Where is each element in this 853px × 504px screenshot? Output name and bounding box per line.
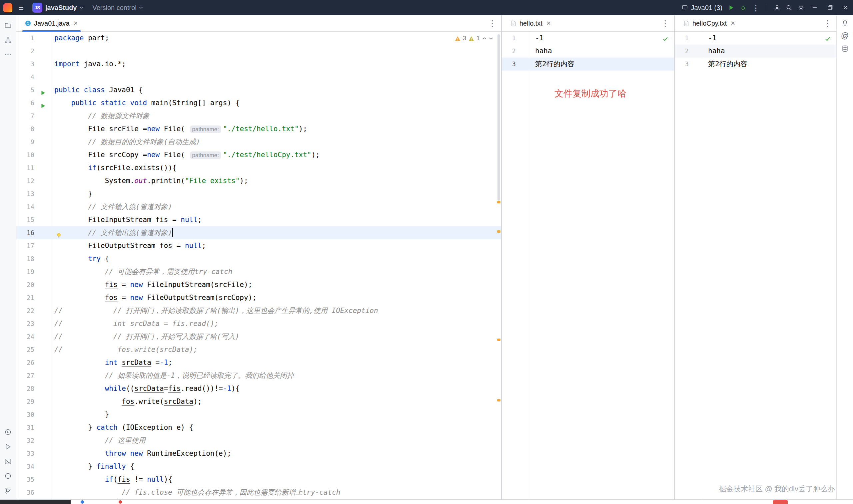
code-line[interactable]: 22// // 打开阀门，开始读取数据了哈(输出)，这里也会产生异常的,使用 I… (16, 304, 501, 317)
code-line[interactable]: 5public class Java01 { (16, 84, 501, 96)
code-line[interactable]: 33 throw new RuntimeException(e); (16, 447, 501, 460)
hello-editor-lines: 1-12haha3第2行的内容 (502, 32, 674, 71)
code-line[interactable]: 16 // 文件输出流(管道对象) (16, 227, 501, 239)
close-tab-icon[interactable]: × (546, 20, 551, 27)
code-line[interactable]: 9 // 数据目的的文件对象(自动生成) (16, 136, 501, 148)
code-text: // 数据目的的文件对象(自动生成) (54, 136, 501, 148)
code-line[interactable]: 18 try { (16, 252, 501, 265)
tab-hellocpy[interactable]: helloCpy.txt × (679, 15, 739, 32)
code-line[interactable]: 31 } catch (IOException e) { (16, 421, 501, 434)
code-line[interactable]: 6 public static void main(String[] args)… (16, 96, 501, 109)
tab-java01[interactable]: C Java01.java × (21, 15, 82, 32)
prev-problem-icon[interactable] (482, 37, 486, 40)
right-toolbar: @ (836, 15, 853, 499)
terminal-icon[interactable] (2, 455, 14, 468)
version-control-menu[interactable]: Version control (89, 3, 146, 13)
code-line[interactable]: 28 while((srcData=fis.read())!=-1){ (16, 382, 501, 395)
editor-options-icon[interactable]: ⋮ (661, 19, 669, 28)
inspections-ok-icon[interactable] (824, 36, 831, 42)
database-icon[interactable] (841, 45, 849, 52)
minimize-button[interactable] (807, 0, 822, 15)
code-line[interactable]: 15 FileInputStream fis = null; (16, 213, 501, 227)
code-line[interactable]: 35 if(fis != null){ (16, 473, 501, 486)
code-line[interactable]: 20 fis = new FileInputStream(srcFile); (16, 278, 501, 291)
maximize-button[interactable] (822, 0, 838, 15)
mentions-at-icon[interactable]: @ (841, 32, 849, 40)
code-line[interactable]: 2haha (502, 44, 674, 58)
inspections-ok-icon[interactable] (662, 36, 669, 42)
code-line[interactable]: 1-1 (502, 32, 674, 44)
tab-hello[interactable]: hello.txt × (506, 15, 555, 32)
editor-scrollbar[interactable] (497, 32, 501, 499)
code-text: fos.write(srcData); (54, 395, 501, 408)
code-line[interactable]: 36 // fis.close 可能也会存在异常，因此也需要给新增上try-ca… (16, 486, 501, 499)
line-number: 20 (16, 278, 54, 291)
more-actions-icon[interactable]: ⋮ (749, 4, 763, 12)
code-line[interactable]: 25// fos.write(srcData); (16, 343, 501, 356)
code-line[interactable]: 11 if(srcFile.exists()){ (16, 161, 501, 175)
services-icon[interactable] (2, 426, 14, 438)
project-folder-icon[interactable] (2, 19, 14, 32)
warning-stripe-mark[interactable] (497, 399, 501, 401)
line-number: 34 (16, 460, 54, 473)
hamburger-menu-icon[interactable] (15, 2, 27, 14)
code-line[interactable]: 21 fos = new FileOutputStream(srcCopy); (16, 291, 501, 304)
code-line[interactable]: 30 } (16, 408, 501, 421)
code-line[interactable]: 7 // 数据源文件对象 (16, 109, 501, 123)
code-line[interactable]: 24// // 打开阀门，开始写入数据了哈(写入) (16, 330, 501, 343)
java-editor[interactable]: 1package part;23import java.io.*;45publi… (16, 32, 501, 499)
hellocpy-editor[interactable]: 1-12haha3第2行的内容 掘金技术社区 @ 我的div丢了肿么办 (675, 32, 836, 499)
code-line[interactable]: 34 } finally { (16, 460, 501, 473)
code-line[interactable]: 4 (16, 71, 501, 84)
close-button[interactable] (838, 0, 853, 15)
problems-icon[interactable] (2, 470, 14, 482)
code-line[interactable]: 1-1 (675, 32, 836, 44)
code-line[interactable]: 29 fos.write(srcData); (16, 395, 501, 408)
account-icon[interactable] (771, 2, 783, 14)
code-line[interactable]: 12 System.out.println("File exists"); (16, 175, 501, 187)
more-tool-windows-icon[interactable] (2, 48, 14, 61)
debug-button[interactable] (737, 2, 749, 14)
inspections-widget[interactable]: 3 1 (455, 35, 493, 42)
next-problem-icon[interactable] (489, 37, 493, 40)
code-line[interactable]: 23// int srcData = fis.read(); (16, 317, 501, 330)
editor-options-icon[interactable]: ⋮ (488, 19, 497, 28)
editor-options-icon[interactable]: ⋮ (823, 19, 832, 28)
structure-icon[interactable] (2, 34, 14, 46)
run-button[interactable] (725, 2, 737, 14)
code-line[interactable]: 17 FileOutputStream fos = null; (16, 239, 501, 252)
code-line[interactable]: 10 File srcCopy =new File( pathname:"./t… (16, 148, 501, 161)
code-line[interactable]: 32 // 这里使用 (16, 434, 501, 447)
project-name: javaStudy (45, 4, 77, 12)
notifications-bell-icon[interactable] (841, 19, 849, 26)
close-tab-icon[interactable]: × (74, 20, 78, 27)
version-control-label: Version control (92, 4, 136, 12)
settings-gear-icon[interactable] (795, 2, 807, 14)
code-line[interactable]: 19 // 可能会有异常，需要使用try-catch (16, 265, 501, 278)
project-selector[interactable]: JS javaStudy (30, 1, 86, 14)
code-line[interactable]: 26 int srcData =-1; (16, 356, 501, 369)
version-control-icon[interactable] (2, 484, 14, 497)
warning-stripe-mark[interactable] (497, 339, 501, 341)
code-line[interactable]: 3import java.io.*; (16, 58, 501, 71)
code-text: FileOutputStream fos = null; (54, 239, 501, 252)
code-line[interactable]: 27 // 如果读取的值是-1，说明已经读取完了。我们给他关闭掉 (16, 369, 501, 382)
code-line[interactable]: 13 } (16, 187, 501, 200)
code-line[interactable]: 14 // 文件输入流(管道对象) (16, 200, 501, 213)
status-red-icon (119, 500, 122, 504)
close-tab-icon[interactable]: × (731, 20, 735, 27)
code-line[interactable]: 3第2行的内容 (675, 58, 836, 71)
scrollbar-thumb[interactable] (498, 34, 500, 201)
code-line[interactable]: 2haha (675, 44, 836, 58)
run-config-selector[interactable]: Java01 (3) (679, 3, 725, 13)
code-line[interactable]: 8 File srcFile =new File( pathname:"./te… (16, 123, 501, 136)
hello-editor[interactable]: 1-12haha3第2行的内容 文件复制成功了哈 (502, 32, 674, 499)
code-line[interactable]: 2 (16, 44, 501, 58)
code-line[interactable]: 1package part; (16, 32, 501, 44)
run-tool-window-icon[interactable] (2, 440, 14, 453)
line-number: 2 (502, 44, 535, 58)
warning-stripe-mark[interactable] (497, 201, 501, 203)
code-line[interactable]: 3第2行的内容 (502, 58, 674, 71)
warning-stripe-mark[interactable] (497, 230, 501, 233)
search-icon[interactable] (783, 2, 795, 14)
